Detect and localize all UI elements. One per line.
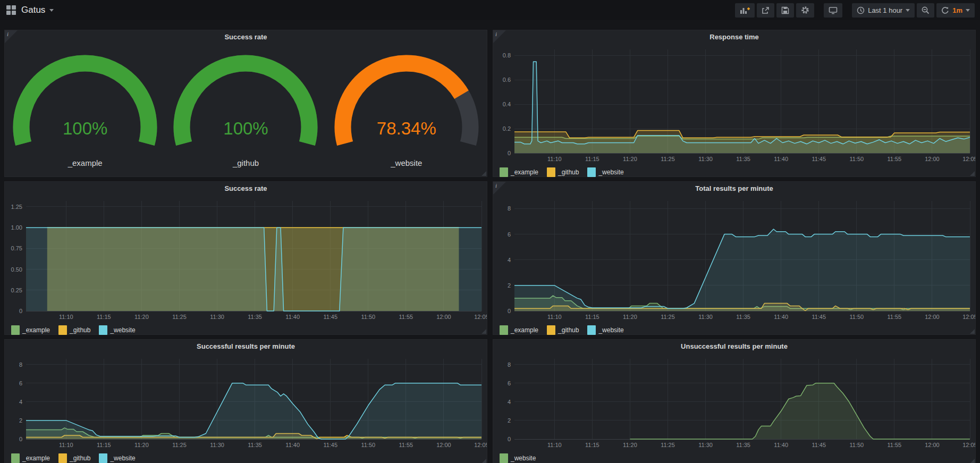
panel-title[interactable]: Total results per minute <box>493 182 975 196</box>
legend-series-marker <box>500 167 508 177</box>
svg-text:4: 4 <box>508 257 511 263</box>
svg-text:11:15: 11:15 <box>585 442 599 448</box>
svg-text:12:00: 12:00 <box>436 314 451 320</box>
panel-title[interactable]: Successful results per minute <box>5 340 487 353</box>
time-series-chart[interactable]: 11:1011:1511:2011:2511:3011:3511:4011:45… <box>493 353 975 451</box>
legend: _example_github_website <box>493 165 975 177</box>
svg-text:11:20: 11:20 <box>623 442 637 448</box>
resize-handle[interactable] <box>970 329 975 334</box>
panel-title[interactable]: Unsuccessful results per minute <box>493 340 975 353</box>
gauge-_github: 100%_github <box>166 47 325 167</box>
svg-text:12:05: 12:05 <box>962 156 975 162</box>
svg-text:11:25: 11:25 <box>172 314 187 320</box>
legend-series-label: _github <box>558 169 579 176</box>
gauge-label: _website <box>327 158 486 167</box>
dashboards-grid-icon[interactable] <box>6 5 16 15</box>
legend-item[interactable]: _example <box>500 325 538 335</box>
cycle-view-mode-button[interactable] <box>824 3 842 18</box>
dashboard-title-menu[interactable]: Gatus <box>21 5 54 15</box>
gauge-_website: 78.34%_website <box>327 47 486 167</box>
gauge-_example: 100%_example <box>5 47 165 167</box>
svg-text:11:35: 11:35 <box>736 442 750 448</box>
legend-series-label: _website <box>110 326 135 334</box>
legend-item[interactable]: _website <box>99 325 135 335</box>
svg-text:11:55: 11:55 <box>888 442 902 448</box>
time-series-chart[interactable]: 11:1011:1511:2011:2511:3011:3511:4011:45… <box>5 196 487 323</box>
legend: _example_github_website <box>5 323 487 335</box>
svg-text:11:30: 11:30 <box>698 314 713 320</box>
svg-text:0.2: 0.2 <box>503 125 511 132</box>
panel-info-corner[interactable]: i <box>493 30 506 43</box>
chevron-down-icon <box>906 9 910 12</box>
svg-text:11:30: 11:30 <box>698 442 713 448</box>
svg-text:11:10: 11:10 <box>547 314 562 320</box>
svg-text:11:50: 11:50 <box>361 442 375 448</box>
panel-title[interactable]: Success rate <box>5 182 487 196</box>
legend: _example_github_website <box>493 323 975 335</box>
share-icon <box>762 6 770 14</box>
save-dashboard-button[interactable] <box>776 3 794 18</box>
legend-item[interactable]: _example <box>11 325 50 335</box>
add-panel-button[interactable] <box>735 3 755 18</box>
svg-text:0.6: 0.6 <box>503 77 511 83</box>
dashboard-settings-button[interactable] <box>796 3 814 18</box>
resize-handle[interactable] <box>481 171 486 176</box>
svg-text:11:45: 11:45 <box>812 156 826 162</box>
svg-text:11:25: 11:25 <box>172 442 187 448</box>
legend-series-label: _example <box>22 326 50 334</box>
refresh-interval-label: 1m <box>952 6 962 14</box>
gear-icon <box>801 6 809 14</box>
resize-handle[interactable] <box>481 459 486 463</box>
svg-text:11:45: 11:45 <box>812 442 826 448</box>
gauge-value: 100% <box>166 119 325 139</box>
refresh-icon <box>941 6 949 14</box>
panel-title[interactable]: Success rate <box>5 30 487 44</box>
legend-series-label: _example <box>511 326 538 334</box>
resize-handle[interactable] <box>970 459 975 463</box>
panel-title[interactable]: Response time <box>493 30 975 44</box>
legend-item[interactable]: _website <box>587 167 623 177</box>
time-series-chart[interactable]: 11:1011:1511:2011:2511:3011:3511:4011:45… <box>5 353 487 451</box>
time-series-chart[interactable]: 11:1011:1511:2011:2511:3011:3511:4011:45… <box>493 44 975 165</box>
panel-info-corner[interactable]: i <box>493 182 506 195</box>
svg-text:0.8: 0.8 <box>503 52 511 58</box>
panel-total-results: i Total results per minute 11:1011:1511:… <box>493 181 976 335</box>
legend-item[interactable]: _example <box>11 453 50 463</box>
legend-item[interactable]: _example <box>500 167 538 177</box>
refresh-button[interactable]: 1m <box>936 3 975 18</box>
svg-text:11:30: 11:30 <box>210 442 224 448</box>
svg-text:11:35: 11:35 <box>736 314 750 320</box>
resize-handle[interactable] <box>481 329 486 334</box>
legend-item[interactable]: _github <box>58 453 90 463</box>
zoom-out-button[interactable] <box>917 3 934 18</box>
panel-info-corner[interactable]: i <box>5 30 18 43</box>
legend-series-label: _example <box>22 454 50 462</box>
legend-series-label: _github <box>70 454 90 462</box>
gauge-value: 78.34% <box>327 119 486 139</box>
svg-text:11:15: 11:15 <box>585 156 599 162</box>
svg-text:11:50: 11:50 <box>849 442 864 448</box>
legend-item[interactable]: _website <box>500 453 536 463</box>
svg-text:11:10: 11:10 <box>547 156 562 162</box>
svg-text:11:40: 11:40 <box>285 442 300 448</box>
legend-item[interactable]: _github <box>547 167 579 177</box>
svg-text:11:55: 11:55 <box>888 156 902 162</box>
svg-text:11:25: 11:25 <box>661 442 675 448</box>
svg-text:6: 6 <box>508 380 511 386</box>
legend-series-marker <box>11 325 20 335</box>
time-series-chart[interactable]: 11:1011:1511:2011:2511:3011:3511:4011:45… <box>493 196 975 323</box>
time-range-picker[interactable]: Last 1 hour <box>852 3 915 18</box>
svg-text:12:05: 12:05 <box>962 442 975 448</box>
panel-successful-results: Successful results per minute 11:1011:15… <box>4 339 487 463</box>
panel-success-rate-gauges: i Success rate 100%_example100%_github78… <box>4 30 487 177</box>
share-dashboard-button[interactable] <box>757 3 774 18</box>
svg-text:11:55: 11:55 <box>888 314 902 320</box>
gauge-label: _example <box>5 158 165 167</box>
legend-item[interactable]: _website <box>99 453 135 463</box>
legend-item[interactable]: _website <box>587 325 623 335</box>
legend-item[interactable]: _github <box>547 325 579 335</box>
gauge-value: 100% <box>5 119 165 139</box>
chevron-down-icon <box>966 9 970 12</box>
resize-handle[interactable] <box>970 171 975 176</box>
legend-item[interactable]: _github <box>58 325 90 335</box>
